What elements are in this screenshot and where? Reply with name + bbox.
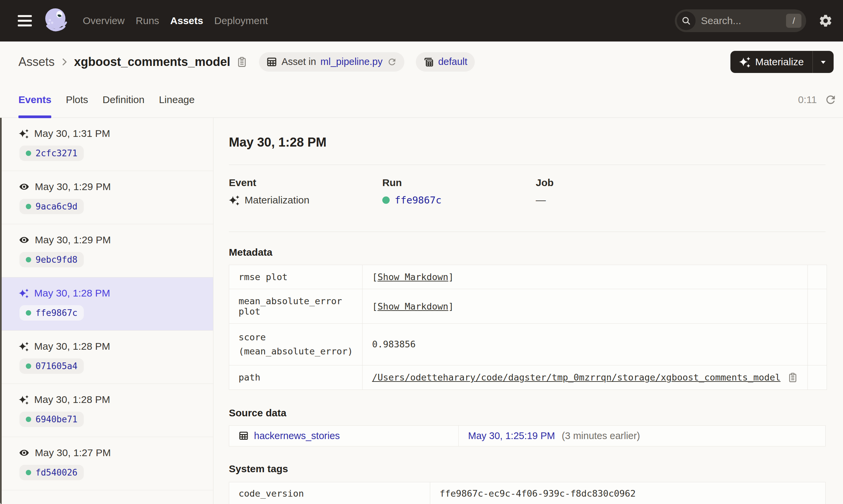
run-id-link[interactable]: ffe9867c bbox=[395, 195, 442, 206]
job-label: Job bbox=[536, 177, 826, 188]
system-tag-key: code_version bbox=[229, 482, 430, 504]
run-tag[interactable]: ffe9867c bbox=[19, 305, 84, 321]
event-list-item[interactable]: May 30, 1:28 PM 071605a4 bbox=[0, 331, 213, 384]
system-tags-heading: System tags bbox=[229, 463, 826, 474]
event-list-item[interactable]: May 30, 1:28 PM 6940be71 bbox=[0, 384, 213, 437]
event-timestamp: May 30, 1:29 PM bbox=[35, 181, 111, 193]
spare-cell bbox=[808, 324, 827, 365]
run-status-dot bbox=[26, 150, 31, 156]
run-tag[interactable]: 2cfc3271 bbox=[19, 146, 84, 161]
event-list-item[interactable]: May 30, 1:29 PM 9aca6c9d bbox=[0, 171, 213, 224]
search-icon bbox=[677, 12, 695, 30]
refresh-timer: 0:11 bbox=[798, 93, 837, 106]
materialize-split-button: Materialize bbox=[730, 51, 833, 73]
run-tag[interactable]: 6940be71 bbox=[19, 412, 84, 427]
system-tags-table: code_version ffe9867c-ec9c-4f06-939c-f8d… bbox=[229, 482, 826, 504]
event-list-item[interactable]: May 30, 1:31 PM 2cfc3271 bbox=[0, 118, 213, 171]
event-detail-title: May 30, 1:28 PM bbox=[229, 135, 826, 149]
event-list-item-selected[interactable]: May 30, 1:28 PM ffe9867c bbox=[0, 277, 213, 331]
repository-link[interactable]: default bbox=[438, 56, 467, 67]
spare-cell bbox=[808, 365, 827, 390]
breadcrumb-assets-link[interactable]: Assets bbox=[18, 55, 55, 69]
dagster-logo[interactable] bbox=[41, 6, 70, 35]
event-type-value: Materialization bbox=[245, 195, 309, 206]
run-tag[interactable]: fd540026 bbox=[19, 465, 84, 480]
run-tag[interactable]: 071605a4 bbox=[19, 358, 84, 374]
grid-icon bbox=[266, 57, 277, 67]
run-status-dot bbox=[26, 257, 31, 263]
run-id-link: 9aca6c9d bbox=[35, 201, 78, 212]
top-navigation-bar: Overview Runs Assets Deployment Search..… bbox=[0, 0, 843, 41]
source-asset-link[interactable]: hackernews_stories bbox=[254, 430, 340, 442]
metadata-key: score (mean_absolute_error) bbox=[229, 324, 363, 365]
observation-eye-icon bbox=[19, 181, 30, 192]
event-column: Event Materialization bbox=[229, 177, 382, 206]
event-timestamp: May 30, 1:27 PM bbox=[35, 447, 111, 458]
scrollbar[interactable] bbox=[0, 118, 2, 504]
observation-eye-icon bbox=[19, 447, 30, 458]
run-status-dot bbox=[26, 363, 31, 369]
tab-definition[interactable]: Definition bbox=[103, 82, 144, 118]
metadata-value: /Users/odetteharary/code/dagster/tmp_0mz… bbox=[363, 365, 808, 390]
show-markdown-link[interactable]: Show Markdown bbox=[378, 301, 448, 311]
nav-overview[interactable]: Overview bbox=[83, 15, 125, 26]
caret-down-icon bbox=[819, 57, 828, 67]
repository-badge[interactable]: default bbox=[416, 52, 475, 72]
metadata-value: [Show Markdown] bbox=[363, 289, 808, 324]
main-nav: Overview Runs Assets Deployment bbox=[83, 15, 268, 26]
grid-layers-icon bbox=[423, 57, 434, 67]
source-data-heading: Source data bbox=[229, 407, 826, 419]
show-markdown-link[interactable]: Show Markdown bbox=[378, 272, 448, 282]
settings-gear-icon[interactable] bbox=[818, 13, 833, 28]
run-id-link: ffe9867c bbox=[35, 308, 78, 318]
table-row: mean_absolute_error plot [Show Markdown] bbox=[229, 289, 827, 324]
materialization-sparkle-icon bbox=[229, 195, 240, 205]
job-value: — bbox=[536, 195, 546, 206]
job-column: Job — bbox=[536, 177, 826, 206]
menu-icon[interactable] bbox=[18, 15, 32, 26]
event-detail-pane: May 30, 1:28 PM Event Materialization Ru… bbox=[213, 118, 843, 504]
run-id-link: 6940be71 bbox=[35, 414, 78, 424]
source-timestamp-link[interactable]: May 30, 1:25:19 PM bbox=[468, 430, 555, 441]
event-list-item[interactable]: May 30, 1:27 PM fd540026 bbox=[0, 437, 213, 490]
nav-runs[interactable]: Runs bbox=[136, 15, 159, 26]
run-tag[interactable]: 9ebc9fd8 bbox=[19, 252, 84, 267]
run-id-link: 9ebc9fd8 bbox=[35, 255, 78, 265]
table-row: score (mean_absolute_error) 0.983856 bbox=[229, 324, 827, 365]
tab-lineage[interactable]: Lineage bbox=[159, 82, 195, 118]
run-id-link: 071605a4 bbox=[35, 361, 78, 371]
materialize-button[interactable]: Materialize bbox=[730, 51, 812, 73]
metadata-key: rmse plot bbox=[229, 265, 363, 289]
source-time-cell: May 30, 1:25:19 PM (3 minutes earlier) bbox=[459, 425, 826, 446]
materialize-dropdown-button[interactable] bbox=[813, 51, 833, 73]
run-status-dot bbox=[26, 204, 31, 209]
event-timestamp: May 30, 1:28 PM bbox=[34, 287, 110, 299]
refresh-icon[interactable] bbox=[824, 93, 837, 106]
pipeline-file-link[interactable]: ml_pipeline.py bbox=[320, 56, 382, 67]
run-id-link: 2cfc3271 bbox=[35, 148, 78, 158]
tab-plots[interactable]: Plots bbox=[66, 82, 88, 118]
observation-eye-icon bbox=[19, 235, 30, 245]
run-tag[interactable]: 9aca6c9d bbox=[19, 199, 84, 214]
sparkle-icon bbox=[739, 56, 751, 68]
event-timestamp: May 30, 1:28 PM bbox=[34, 394, 110, 405]
asset-definition-badge[interactable]: Asset in ml_pipeline.py bbox=[259, 52, 405, 72]
source-relative-time: (3 minutes earlier) bbox=[562, 430, 640, 441]
chevron-right-icon bbox=[59, 57, 69, 67]
copy-asset-name-icon[interactable] bbox=[236, 56, 247, 68]
event-list-item[interactable]: May 30, 1:29 PM 9ebc9fd8 bbox=[0, 224, 213, 277]
run-label: Run bbox=[382, 177, 536, 188]
table-row: path /Users/odetteharary/code/dagster/tm… bbox=[229, 365, 827, 390]
tab-events[interactable]: Events bbox=[18, 82, 51, 118]
metadata-key: path bbox=[229, 365, 363, 390]
reload-location-icon[interactable] bbox=[387, 57, 397, 67]
divider bbox=[229, 165, 826, 165]
copy-path-icon[interactable] bbox=[787, 372, 798, 383]
search-input[interactable]: Search... / bbox=[675, 10, 806, 32]
nav-deployment[interactable]: Deployment bbox=[214, 15, 268, 26]
nav-assets[interactable]: Assets bbox=[170, 15, 203, 26]
run-id-link: fd540026 bbox=[35, 468, 78, 478]
source-asset-cell: hackernews_stories bbox=[229, 425, 459, 446]
table-row: hackernews_stories May 30, 1:25:19 PM (3… bbox=[229, 425, 826, 446]
path-link[interactable]: /Users/odetteharary/code/dagster/tmp_0mz… bbox=[372, 372, 780, 382]
